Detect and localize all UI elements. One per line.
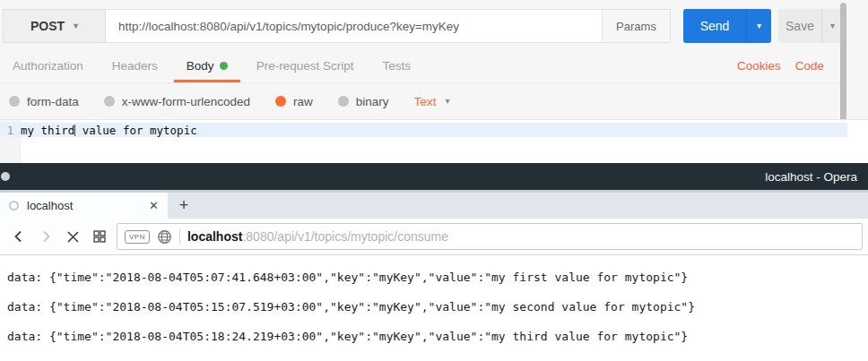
address-url[interactable]: localhost:8080/api/v1/topics/mytopic/con… bbox=[187, 229, 448, 244]
tab-authorization[interactable]: Authorization bbox=[0, 49, 96, 82]
postman-window: POST ▾ http://localhost:8080/api/v1/topi… bbox=[0, 0, 868, 163]
tab-label: Headers bbox=[112, 59, 158, 73]
save-button-group: Save ▾ bbox=[778, 9, 843, 43]
close-tab-icon[interactable]: ✕ bbox=[149, 199, 159, 212]
radio-icon bbox=[104, 96, 115, 107]
mode-label: raw bbox=[293, 95, 313, 108]
address-path: :8080/api/v1/topics/mytopic/consume bbox=[242, 229, 448, 244]
forward-button[interactable] bbox=[32, 223, 59, 250]
format-label: Text bbox=[414, 95, 437, 108]
sse-data-line: data: {"time":"2018-08-04T05:15:07.519+0… bbox=[7, 292, 868, 322]
line-number: 1 bbox=[0, 124, 21, 137]
request-tabs: Authorization Headers Body Pre-request S… bbox=[0, 49, 840, 83]
editor-text-before-cursor: my third bbox=[21, 124, 74, 137]
send-button-group: Send ▾ bbox=[683, 9, 771, 43]
radio-icon bbox=[9, 96, 20, 107]
favicon-placeholder-icon bbox=[9, 201, 19, 211]
tab-tests[interactable]: Tests bbox=[369, 49, 423, 82]
address-host: localhost bbox=[187, 229, 242, 244]
new-tab-button[interactable]: + bbox=[168, 193, 200, 219]
browser-tab-bar: localhost ✕ + bbox=[0, 190, 868, 219]
mode-label: binary bbox=[356, 95, 389, 108]
mode-label: form-data bbox=[27, 95, 79, 108]
stop-reload-button[interactable] bbox=[59, 223, 86, 250]
request-links: Cookies Code bbox=[737, 59, 840, 73]
send-options-dropdown[interactable]: ▾ bbox=[746, 9, 771, 43]
address-separator bbox=[179, 228, 180, 245]
send-button[interactable]: Send bbox=[683, 9, 746, 43]
chevron-down-icon: ▾ bbox=[830, 21, 835, 30]
tab-body[interactable]: Body bbox=[174, 49, 240, 82]
mode-raw[interactable]: raw bbox=[275, 95, 313, 108]
chevron-down-icon: ▾ bbox=[757, 21, 761, 30]
mode-label: x-www-form-urlencoded bbox=[122, 95, 250, 108]
page-content: data: {"time":"2018-08-04T05:07:41.648+0… bbox=[0, 255, 868, 361]
http-method-label: POST bbox=[30, 19, 65, 33]
tab-label: Authorization bbox=[13, 59, 83, 73]
radio-checked-icon bbox=[275, 96, 286, 107]
params-button[interactable]: Params bbox=[603, 9, 671, 43]
http-method-dropdown[interactable]: POST ▾ bbox=[3, 9, 106, 43]
tab-headers[interactable]: Headers bbox=[100, 49, 170, 82]
mode-x-www-form-urlencoded[interactable]: x-www-form-urlencoded bbox=[104, 95, 250, 108]
cookies-link[interactable]: Cookies bbox=[737, 59, 781, 73]
browser-tab-localhost[interactable]: localhost ✕ bbox=[0, 193, 168, 219]
body-has-content-dot-icon bbox=[220, 62, 228, 70]
tab-label: Tests bbox=[382, 59, 411, 73]
raw-format-dropdown[interactable]: Text ▾ bbox=[414, 95, 450, 108]
window-title: localhost - Opera bbox=[765, 170, 868, 184]
speed-dial-button[interactable] bbox=[86, 223, 113, 250]
save-button[interactable]: Save bbox=[778, 9, 821, 43]
radio-icon bbox=[338, 96, 349, 107]
mode-form-data[interactable]: form-data bbox=[9, 95, 79, 108]
body-mode-row: form-data x-www-form-urlencoded raw bina… bbox=[0, 83, 868, 119]
raw-body-editor[interactable]: 1 my third value for mytopic bbox=[0, 119, 868, 163]
address-bar[interactable]: VPN localhost:8080/api/v1/topics/mytopic… bbox=[117, 223, 863, 250]
request-url-input[interactable]: http://localhost:8080/api/v1/topics/myto… bbox=[106, 9, 603, 43]
editor-active-line: 1 my third value for mytopic bbox=[0, 123, 847, 137]
globe-icon bbox=[157, 229, 172, 245]
tab-label: Body bbox=[187, 59, 214, 73]
editor-text-after-cursor: value for mytopic bbox=[75, 124, 196, 137]
titlebar-dot-icon bbox=[1, 172, 10, 181]
browser-navbar: VPN localhost:8080/api/v1/topics/mytopic… bbox=[0, 219, 868, 255]
sse-data-line: data: {"time":"2018-08-04T05:07:41.648+0… bbox=[7, 262, 868, 292]
code-link[interactable]: Code bbox=[795, 59, 824, 73]
chevron-down-icon: ▾ bbox=[74, 21, 78, 30]
tab-title: localhost bbox=[27, 199, 141, 212]
back-button[interactable] bbox=[5, 223, 32, 250]
mode-binary[interactable]: binary bbox=[338, 95, 389, 108]
tab-label: Pre-request Script bbox=[256, 59, 354, 73]
tab-pre-request-script[interactable]: Pre-request Script bbox=[244, 49, 367, 82]
screen: POST ▾ http://localhost:8080/api/v1/topi… bbox=[0, 0, 868, 361]
sse-data-line: data: {"time":"2018-08-04T05:18:24.219+0… bbox=[7, 322, 868, 351]
opera-window-titlebar: localhost - Opera bbox=[0, 163, 868, 190]
chevron-down-icon: ▾ bbox=[445, 97, 449, 106]
request-url-row: POST ▾ http://localhost:8080/api/v1/topi… bbox=[3, 9, 671, 43]
vpn-badge[interactable]: VPN bbox=[125, 230, 150, 244]
